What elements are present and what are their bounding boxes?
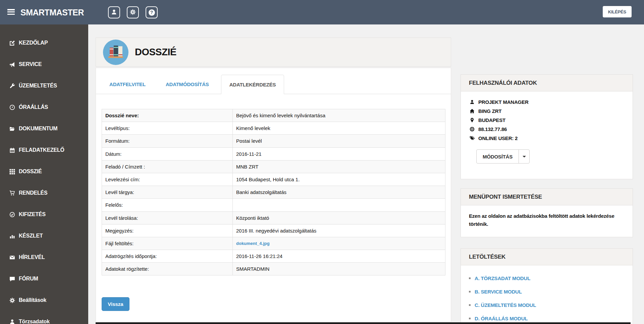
downloads-panel-title: LETÖLTÉSEK	[469, 254, 505, 260]
list-item: C. ÜZEMELTETÉS MODUL	[469, 298, 625, 312]
file-link[interactable]: dokument_4.jpg	[236, 241, 270, 246]
sidebar-item-uzemeltetes[interactable]: ÜZEMELTETÉS	[0, 75, 88, 96]
sidebar-item-dokumentum[interactable]: DOKUMENTUM	[0, 118, 88, 139]
tab-adatfelvitel[interactable]: ADATFELVITEL	[101, 74, 154, 94]
sidebar: KEZDŐLAP SERVICE ÜZEMELTETÉS ÓRAÁLLÁS DO…	[0, 24, 88, 324]
modify-button-group: MÓDOSÍTÁS	[476, 149, 530, 164]
sidebar-item-torzsadatok[interactable]: Törzsadatok	[0, 311, 88, 324]
user-panel: FELHASZNÁLÓI ADATOK PROJEKT MANAGER BING…	[461, 74, 633, 179]
menu-toggle-icon[interactable]	[7, 9, 15, 16]
downloads-panel: LETÖLTÉSEK A. TÖRZSADAT MODUL B. SERVICE…	[461, 248, 633, 324]
gear-icon	[9, 298, 15, 303]
table-row: Feladó / Címzett :MNB ZRT	[102, 160, 445, 173]
tags-icon	[469, 136, 475, 141]
sidebar-item-dosszie[interactable]: DOSSZIÉ	[0, 161, 88, 182]
modify-button[interactable]: MÓDOSÍTÁS	[477, 150, 519, 163]
user-icon	[469, 100, 475, 105]
settings-button[interactable]	[127, 6, 139, 18]
table-row: Levelezési cím:1054 Budapest, Hold utca …	[102, 173, 445, 186]
page-header: DOSSZIÉ	[96, 38, 451, 67]
menu-info-panel: MENÜPONT ISMERTETÉSE Ezen az oldalon az …	[461, 188, 633, 237]
edit-icon	[9, 40, 15, 46]
list-item: BUDAPEST	[469, 116, 625, 125]
download-link-uzemeltetes[interactable]: C. ÜZEMELTETÉS MODUL	[475, 302, 536, 308]
downloads-list: A. TÖRZSADAT MODUL B. SERVICE MODUL C. Ü…	[469, 271, 625, 324]
bar-chart-icon	[9, 233, 15, 239]
user-panel-title: FELHASZNÁLÓI ADATOK	[469, 80, 537, 86]
gauge-icon	[9, 105, 15, 110]
tab-adatmodositas[interactable]: ADATMÓDOSÍTÁS	[158, 74, 217, 94]
page-title: DOSSZIÉ	[135, 47, 176, 58]
download-link-service[interactable]: B. SERVICE MODUL	[475, 289, 522, 295]
cart-icon	[9, 190, 15, 196]
table-row: Levél tárgya:Banki adatszolgáltatás	[102, 186, 445, 199]
menu-info-panel-header: MENÜPONT ISMERTETÉSE	[461, 189, 633, 205]
topbar-toolbar: ?	[108, 6, 158, 18]
table-row: Fájl feltöltés:dokument_4.jpg	[102, 237, 445, 250]
comment-icon	[9, 276, 15, 282]
bullet-icon	[469, 304, 471, 306]
help-button[interactable]: ?	[146, 6, 158, 18]
list-item: BING ZRT	[469, 107, 625, 116]
topbar: SMARTMASTER ? KILÉPÉS	[0, 0, 644, 24]
books-icon	[103, 40, 128, 65]
bullet-icon	[469, 291, 471, 293]
folder-open-icon	[9, 126, 15, 132]
table-row: Formátum:Postai levél	[102, 135, 445, 147]
tab-adatlekerdezes[interactable]: ADATLEKÉRDEZÉS	[221, 75, 284, 94]
downloads-panel-header: LETÖLTÉSEK	[461, 249, 633, 265]
table-row: Levéltípus:Kimenő levelek	[102, 122, 445, 135]
table-row: Levél tárolása:Központi iktató	[102, 212, 445, 224]
user-info-list: PROJEKT MANAGER BING ZRT BUDAPEST 88.132…	[469, 98, 625, 143]
right-column: FELHASZNÁLÓI ADATOK PROJEKT MANAGER BING…	[461, 74, 633, 324]
user-panel-header: FELHASZNÁLÓI ADATOK	[461, 75, 633, 91]
sidebar-item-oraallas[interactable]: ÓRAÁLLÁS	[0, 96, 88, 118]
menu-info-panel-title: MENÜPONT ISMERTETÉSE	[469, 194, 542, 200]
wrench-icon	[9, 83, 15, 89]
bullhorn-icon	[9, 62, 15, 67]
brand-title: SMARTMASTER	[20, 7, 84, 17]
download-link-torzsadat[interactable]: A. TÖRZSADAT MODUL	[475, 275, 530, 281]
sidebar-item-forum[interactable]: FÓRUM	[0, 268, 88, 289]
app-root: SMARTMASTER ? KILÉPÉS KEZDŐLAP SERVICE Ü…	[0, 0, 644, 324]
grid-icon	[9, 169, 15, 175]
sidebar-item-keszlet[interactable]: KÉSZLET	[0, 225, 88, 247]
table-row: Adatrögzítés időpontja:2016-11-26 16:21:…	[102, 250, 445, 263]
modify-dropdown-toggle[interactable]	[519, 150, 529, 163]
table-row: Megjegyzés:2016 III. negyedévi adatszolg…	[102, 224, 445, 237]
list-item: A. TÖRZSADAT MODUL	[469, 271, 625, 285]
table-row: Dosszié neve:Bejövő és kimenő levelek ny…	[102, 109, 445, 122]
calendar-icon	[9, 147, 15, 153]
question-icon: ?	[149, 9, 155, 16]
tabs: ADATFELVITEL ADATMÓDOSÍTÁS ADATLEKÉRDEZÉ…	[96, 68, 451, 94]
sidebar-item-kezdolap[interactable]: KEZDŐLAP	[0, 32, 88, 54]
bullet-icon	[469, 318, 471, 319]
table-row: Adatokat rögzítette:SMARTADMIN	[102, 263, 445, 275]
user-icon	[111, 9, 117, 16]
sidebar-item-rendeles[interactable]: RENDELÉS	[0, 182, 88, 204]
back-button[interactable]: Vissza	[102, 297, 129, 311]
list-item: ONLINE USER: 2	[469, 134, 625, 143]
sidebar-item-service[interactable]: SERVICE	[0, 54, 88, 75]
profile-button[interactable]	[108, 6, 120, 18]
sidebar-item-kifizetes[interactable]: KIFIZETÉS	[0, 204, 88, 225]
menu-info-text: Ezen az oldalon az adatbázisokba feltölt…	[469, 212, 625, 228]
home-icon	[469, 109, 475, 114]
list-item: B. SERVICE MODUL	[469, 285, 625, 298]
table-row: Dátum:2016-11-21	[102, 148, 445, 160]
bullet-icon	[469, 277, 471, 279]
list-item: 88.132.77.86	[469, 125, 625, 134]
sidebar-item-feladatkezelo[interactable]: FELADATKEZELŐ	[0, 139, 88, 161]
envelope-icon	[9, 255, 15, 260]
record-table: Dosszié neve:Bejövő és kimenő levelek ny…	[102, 109, 445, 275]
table-row: Felelős:	[102, 199, 445, 211]
gear-icon	[130, 9, 136, 16]
sidebar-item-hirlevel[interactable]: HÍRLEVÉL	[0, 247, 88, 268]
caret-down-icon	[523, 156, 526, 157]
user-icon	[9, 319, 15, 324]
logout-button[interactable]: KILÉPÉS	[603, 6, 632, 17]
list-item: PROJEKT MANAGER	[469, 98, 625, 107]
download-link-oraallas[interactable]: D. ÓRAÁLLÁS MODUL	[475, 316, 528, 321]
sidebar-item-beallitasok[interactable]: Beállítások	[0, 289, 88, 311]
main-card: ADATFELVITEL ADATMÓDOSÍTÁS ADATLEKÉRDEZÉ…	[96, 68, 451, 322]
